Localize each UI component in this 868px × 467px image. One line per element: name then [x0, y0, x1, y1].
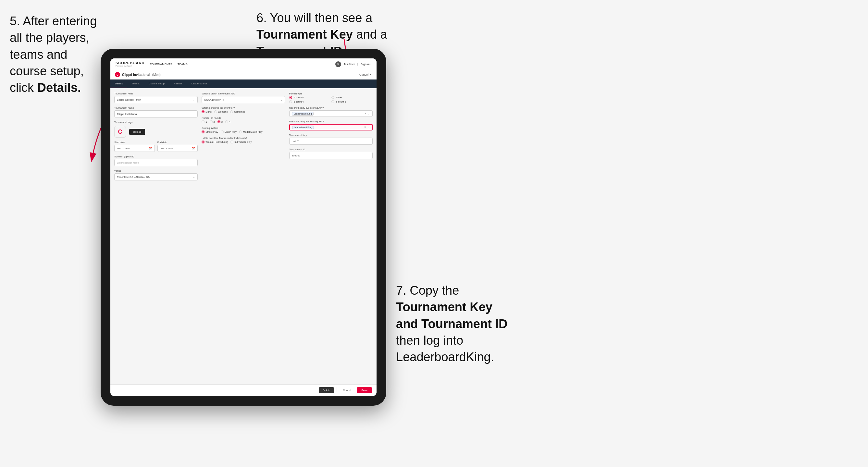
format-other[interactable]: Other [332, 96, 373, 99]
top-nav: SCOREBOARD Powered by clippd TOURNAMENTS… [111, 58, 376, 70]
rounds-2-radio[interactable] [210, 120, 213, 123]
bottom-divider [337, 387, 337, 392]
scoring-medal-radio[interactable] [239, 130, 242, 133]
third-party-1-group: Use third-party live scoring API? Leader… [289, 106, 373, 117]
teams-label: Is this event for Teams and/or Individua… [202, 136, 285, 139]
gender-combined[interactable]: Combined [230, 110, 245, 113]
venue-input[interactable]: Peachtree GC - Atlanta - GA ⌄ [114, 173, 198, 181]
scoring-label: Scoring system [202, 127, 285, 129]
tournament-id-label: Tournament ID [289, 148, 373, 151]
format-6count5-label: 6 count 5 [336, 100, 346, 103]
annotation-bottom-right: 7. Copy the Tournament Key and Tournamen… [396, 282, 552, 366]
division-label: Which division is the event for? [202, 92, 285, 95]
format-6count4[interactable]: 6 count 4 [289, 100, 331, 103]
close-icon: ✕ [369, 73, 372, 76]
tournament-logo-label: Tournament logo [114, 121, 198, 124]
format-6count5[interactable]: 6 count 5 [332, 100, 373, 103]
scoring-match[interactable]: Match Play [221, 130, 237, 133]
teams-group: Is this event for Teams and/or Individua… [202, 136, 285, 144]
sponsor-input[interactable]: Enter sponsor name [114, 159, 198, 166]
gender-womens[interactable]: Womens [214, 110, 227, 113]
third-party-2-clear[interactable]: ✕ [364, 126, 366, 128]
rounds-4-radio[interactable] [225, 120, 228, 123]
save-button[interactable]: Save [357, 387, 372, 393]
third-party-2-value: Leaderboard King [292, 126, 314, 129]
cancel-text: Cancel [359, 73, 368, 76]
sign-out-link[interactable]: Sign out [361, 63, 371, 66]
tournament-host-input[interactable]: Clippd College - Men ⌄ [114, 96, 198, 103]
tab-leaderboards[interactable]: Leaderboards [187, 80, 212, 88]
annotation-top-right-mid: and a [353, 28, 387, 41]
scoring-medal-match[interactable]: Medal Match Play [239, 130, 262, 133]
scoring-match-radio[interactable] [221, 130, 224, 133]
individuals-only[interactable]: Individuals Only [230, 141, 252, 144]
end-date-input[interactable]: Jan 23, 2024 📅 [157, 145, 198, 152]
third-party-2-input[interactable]: Leaderboard King ✕ ⌄ [289, 124, 373, 130]
gender-mens-radio[interactable] [202, 110, 205, 113]
form-left-section: Tournament Host Clippd College - Men ⌄ T… [114, 92, 198, 181]
tournament-name-input[interactable]: Clippd Invitational [114, 110, 198, 118]
tournament-host-label: Tournament Host [114, 92, 198, 95]
tournament-name-label: Tournament name [114, 106, 198, 110]
third-party-1-dropdown[interactable]: ⌄ [368, 112, 370, 115]
third-party-1-clear[interactable]: ✕ [365, 112, 367, 115]
rounds-2[interactable]: 2 [210, 120, 215, 123]
breadcrumb-subtitle: (Men) [152, 73, 161, 76]
tab-details[interactable]: Details [111, 80, 127, 88]
scoring-match-label: Match Play [225, 130, 237, 133]
annotation-left-line3: teams and [10, 48, 67, 61]
rounds-3-radio[interactable] [217, 120, 220, 123]
venue-dropdown-icon: ⌄ [193, 176, 195, 179]
rounds-3[interactable]: 3 [217, 120, 223, 123]
nav-tournaments-link[interactable]: TOURNAMENTS [150, 63, 172, 66]
cancel-close-btn[interactable]: Cancel ✕ [359, 73, 372, 76]
format-6count5-radio[interactable] [332, 100, 334, 103]
scoreboard-logo: SCOREBOARD Powered by clippd [116, 61, 145, 67]
format-5count4[interactable]: 5 count 4 [289, 96, 331, 99]
upload-button[interactable]: Upload [129, 129, 145, 135]
gender-mens[interactable]: Mens [202, 110, 211, 113]
start-date-input[interactable]: Jan 21, 2024 📅 [114, 145, 155, 152]
nav-separator: | [358, 63, 358, 66]
delete-button[interactable]: Delete [319, 387, 334, 393]
third-party-2-dropdown[interactable]: ⌄ [368, 126, 370, 129]
rounds-1-radio[interactable] [202, 120, 205, 123]
format-5count4-radio[interactable] [289, 96, 292, 99]
nav-right: SI Test User | Sign out [335, 61, 371, 67]
third-party-1-tag: Leaderboard King [292, 112, 314, 116]
bottom-cancel-button[interactable]: Cancel [340, 387, 354, 393]
scoring-stroke[interactable]: Stroke Play [202, 130, 218, 133]
format-other-radio[interactable] [332, 96, 334, 99]
division-input[interactable]: NCAA Division III ⌄ [202, 96, 285, 103]
tab-course-setup[interactable]: Course Setup [144, 80, 169, 88]
annotation-left-line5: click [10, 81, 37, 94]
gender-womens-radio[interactable] [214, 110, 217, 113]
breadcrumb-title: Clippd Invitational [122, 73, 150, 76]
scoring-stroke-radio[interactable] [202, 130, 205, 133]
main-content: Tournament Host Clippd College - Men ⌄ T… [111, 88, 376, 384]
third-party-1-value: Leaderboard King [292, 112, 314, 116]
format-6count4-radio[interactable] [289, 100, 292, 103]
teams-radio[interactable] [202, 141, 205, 144]
rounds-1[interactable]: 1 [202, 120, 207, 123]
logo-sub-text: Powered by clippd [116, 65, 145, 67]
user-initial: SI [337, 63, 340, 65]
end-date-label: End date [157, 141, 198, 144]
division-value: NCAA Division III [204, 98, 224, 101]
form-middle-section: Which division is the event for? NCAA Di… [202, 92, 285, 181]
tab-teams[interactable]: Teams [127, 80, 144, 88]
tab-results[interactable]: Results [169, 80, 187, 88]
form-right-section: Format type 5 count 4 Other [289, 92, 373, 181]
gender-mens-label: Mens [206, 110, 211, 113]
teams-plus-individuals[interactable]: Teams (+Individuals) [202, 141, 228, 144]
user-name-text: Test User [344, 63, 355, 66]
third-party-1-input[interactable]: Leaderboard King ✕ ⌄ [289, 110, 373, 117]
individuals-radio[interactable] [230, 141, 234, 144]
start-date-value: Jan 21, 2024 [117, 147, 130, 150]
rounds-group: Number of rounds 1 2 [202, 117, 285, 123]
teams-radio-group: Teams (+Individuals) Individuals Only [202, 141, 285, 144]
tournament-name-group: Tournament name Clippd Invitational [114, 106, 198, 118]
rounds-4[interactable]: 4 [225, 120, 230, 123]
gender-combined-radio[interactable] [230, 110, 233, 113]
nav-teams-link[interactable]: TEAMS [178, 63, 188, 66]
